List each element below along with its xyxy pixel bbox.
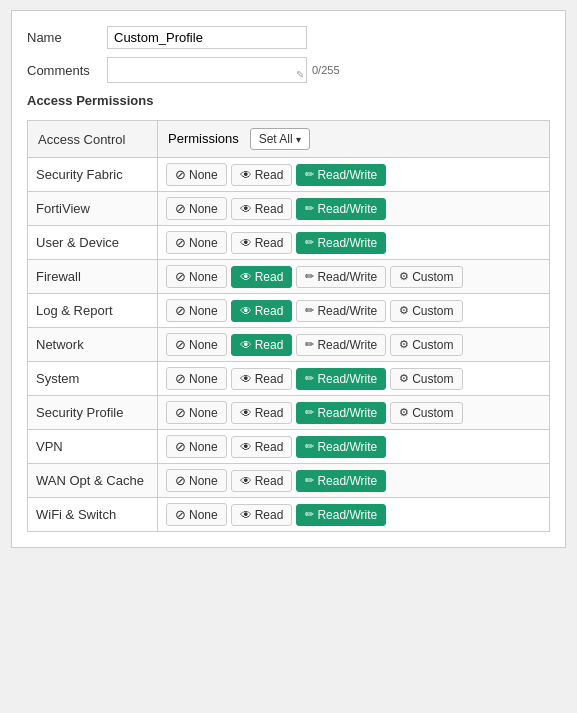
ban-icon: ⊘ — [175, 235, 186, 250]
permissions-cell: ⊘ None👁 Read✏ Read/Write — [158, 226, 550, 260]
button-group: ⊘ None👁 Read✏ Read/Write — [166, 469, 541, 492]
permissions-cell: ⊘ None👁 Read✏ Read/Write⚙ Custom — [158, 294, 550, 328]
permission-button-read[interactable]: 👁 Read — [231, 266, 293, 288]
permission-button-none[interactable]: ⊘ None — [166, 231, 227, 254]
ban-icon: ⊘ — [175, 439, 186, 454]
access-control-cell: WiFi & Switch — [28, 498, 158, 532]
access-control-cell: Network — [28, 328, 158, 362]
gear-icon: ⚙ — [399, 372, 409, 385]
permission-button-custom[interactable]: ⚙ Custom — [390, 402, 462, 424]
permission-button-none[interactable]: ⊘ None — [166, 265, 227, 288]
access-control-cell: WAN Opt & Cache — [28, 464, 158, 498]
ban-icon: ⊘ — [175, 337, 186, 352]
permission-button-read-write[interactable]: ✏ Read/Write — [296, 436, 386, 458]
permissions-cell: ⊘ None👁 Read✏ Read/Write⚙ Custom — [158, 328, 550, 362]
permission-button-none[interactable]: ⊘ None — [166, 435, 227, 458]
pencil-icon: ✏ — [305, 236, 314, 249]
pencil-icon: ✏ — [305, 168, 314, 181]
permission-button-read-write[interactable]: ✏ Read/Write — [296, 164, 386, 186]
permission-button-none[interactable]: ⊘ None — [166, 197, 227, 220]
permission-button-read[interactable]: 👁 Read — [231, 402, 293, 424]
button-group: ⊘ None👁 Read✏ Read/Write — [166, 197, 541, 220]
permission-button-read-write[interactable]: ✏ Read/Write — [296, 300, 386, 322]
permission-button-custom[interactable]: ⚙ Custom — [390, 300, 462, 322]
permission-button-none[interactable]: ⊘ None — [166, 503, 227, 526]
pencil-icon: ✏ — [305, 270, 314, 283]
table-header-row: Access Control Permissions Set All ▾ — [28, 121, 550, 158]
button-group: ⊘ None👁 Read✏ Read/Write — [166, 163, 541, 186]
access-control-cell: Security Fabric — [28, 158, 158, 192]
eye-icon: 👁 — [240, 168, 252, 182]
permission-button-custom[interactable]: ⚙ Custom — [390, 266, 462, 288]
button-group: ⊘ None👁 Read✏ Read/Write — [166, 231, 541, 254]
pencil-icon: ✏ — [305, 304, 314, 317]
permission-button-none[interactable]: ⊘ None — [166, 299, 227, 322]
permission-button-read-write[interactable]: ✏ Read/Write — [296, 334, 386, 356]
eye-icon: 👁 — [240, 440, 252, 454]
permission-button-custom[interactable]: ⚙ Custom — [390, 334, 462, 356]
eye-icon: 👁 — [240, 338, 252, 352]
ban-icon: ⊘ — [175, 371, 186, 386]
table-row: FortiView⊘ None👁 Read✏ Read/Write — [28, 192, 550, 226]
permissions-cell: ⊘ None👁 Read✏ Read/Write — [158, 430, 550, 464]
permission-button-read[interactable]: 👁 Read — [231, 470, 293, 492]
permission-button-read-write[interactable]: ✏ Read/Write — [296, 232, 386, 254]
permission-button-read[interactable]: 👁 Read — [231, 368, 293, 390]
permission-button-read[interactable]: 👁 Read — [231, 300, 293, 322]
permission-button-read[interactable]: 👁 Read — [231, 334, 293, 356]
gear-icon: ⚙ — [399, 406, 409, 419]
permission-button-none[interactable]: ⊘ None — [166, 469, 227, 492]
edit-pencil-icon: ✎ — [296, 69, 304, 80]
access-control-cell: User & Device — [28, 226, 158, 260]
permission-button-read[interactable]: 👁 Read — [231, 436, 293, 458]
table-row: System⊘ None👁 Read✏ Read/Write⚙ Custom — [28, 362, 550, 396]
button-group: ⊘ None👁 Read✏ Read/Write⚙ Custom — [166, 333, 541, 356]
table-row: Log & Report⊘ None👁 Read✏ Read/Write⚙ Cu… — [28, 294, 550, 328]
access-control-cell: Firewall — [28, 260, 158, 294]
permission-button-read-write[interactable]: ✏ Read/Write — [296, 504, 386, 526]
table-row: User & Device⊘ None👁 Read✏ Read/Write — [28, 226, 550, 260]
permission-button-none[interactable]: ⊘ None — [166, 163, 227, 186]
permission-button-read-write[interactable]: ✏ Read/Write — [296, 198, 386, 220]
pencil-icon: ✏ — [305, 338, 314, 351]
permissions-cell: ⊘ None👁 Read✏ Read/Write⚙ Custom — [158, 362, 550, 396]
button-group: ⊘ None👁 Read✏ Read/Write⚙ Custom — [166, 265, 541, 288]
col-perms-header: Permissions Set All ▾ — [158, 121, 550, 158]
permission-button-read-write[interactable]: ✏ Read/Write — [296, 470, 386, 492]
permission-button-custom[interactable]: ⚙ Custom — [390, 368, 462, 390]
main-container: Name Comments ✎ 0/255 Access Permissions… — [11, 10, 566, 548]
permission-button-read[interactable]: 👁 Read — [231, 198, 293, 220]
permission-button-read[interactable]: 👁 Read — [231, 504, 293, 526]
button-group: ⊘ None👁 Read✏ Read/Write⚙ Custom — [166, 299, 541, 322]
set-all-button[interactable]: Set All ▾ — [250, 128, 310, 150]
table-row: Security Fabric⊘ None👁 Read✏ Read/Write — [28, 158, 550, 192]
permission-button-none[interactable]: ⊘ None — [166, 333, 227, 356]
permission-button-read-write[interactable]: ✏ Read/Write — [296, 402, 386, 424]
comments-input[interactable] — [107, 57, 307, 83]
permission-button-none[interactable]: ⊘ None — [166, 401, 227, 424]
ban-icon: ⊘ — [175, 303, 186, 318]
comments-wrapper: ✎ — [107, 57, 307, 83]
section-title: Access Permissions — [27, 93, 550, 112]
permission-button-read-write[interactable]: ✏ Read/Write — [296, 368, 386, 390]
eye-icon: 👁 — [240, 406, 252, 420]
ban-icon: ⊘ — [175, 507, 186, 522]
name-input[interactable] — [107, 26, 307, 49]
table-row: WAN Opt & Cache⊘ None👁 Read✏ Read/Write — [28, 464, 550, 498]
access-control-cell: FortiView — [28, 192, 158, 226]
permission-button-read-write[interactable]: ✏ Read/Write — [296, 266, 386, 288]
name-row: Name — [27, 26, 550, 49]
pencil-icon: ✏ — [305, 372, 314, 385]
gear-icon: ⚙ — [399, 270, 409, 283]
ban-icon: ⊘ — [175, 167, 186, 182]
table-row: Firewall⊘ None👁 Read✏ Read/Write⚙ Custom — [28, 260, 550, 294]
eye-icon: 👁 — [240, 270, 252, 284]
pencil-icon: ✏ — [305, 406, 314, 419]
permission-button-read[interactable]: 👁 Read — [231, 164, 293, 186]
permission-button-read[interactable]: 👁 Read — [231, 232, 293, 254]
permissions-cell: ⊘ None👁 Read✏ Read/Write⚙ Custom — [158, 396, 550, 430]
access-control-cell: Security Profile — [28, 396, 158, 430]
table-row: WiFi & Switch⊘ None👁 Read✏ Read/Write — [28, 498, 550, 532]
eye-icon: 👁 — [240, 474, 252, 488]
permission-button-none[interactable]: ⊘ None — [166, 367, 227, 390]
